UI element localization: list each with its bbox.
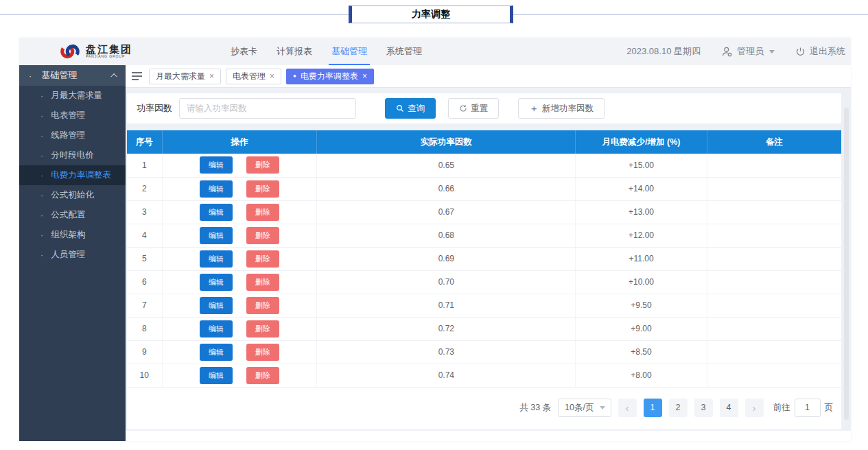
sidebar-item-label: 分时段电价 (51, 150, 94, 161)
delete-button[interactable]: 删除 (246, 274, 279, 291)
user-icon (721, 46, 733, 58)
table-row: 9 编辑删除 0.73 +8.50 (127, 340, 841, 364)
sidebar-item-tou-price[interactable]: · 分时段电价 (19, 145, 126, 165)
cell-actions: 编辑删除 (162, 340, 317, 364)
edit-button[interactable]: 编辑 (200, 274, 233, 291)
page-button-3[interactable]: 3 (694, 399, 713, 417)
vertical-scrollbar[interactable] (844, 108, 849, 420)
sidebar-item-monthly-max-demand[interactable]: · 月最大需求量 (19, 86, 126, 106)
table-row: 5 编辑删除 0.69 +11.00 (127, 247, 841, 270)
close-icon[interactable]: × (362, 72, 367, 80)
logout-button[interactable]: 退出系统 (795, 45, 845, 58)
next-page-button[interactable]: › (745, 399, 764, 417)
app-body: · 基础管理 · 月最大需求量 · 电表管理 · 线路管理 · 分时段电价 · (19, 65, 851, 441)
tab-label: 月最大需求量 (156, 71, 205, 82)
delete-button[interactable]: 删除 (246, 227, 279, 244)
delete-button[interactable]: 删除 (246, 344, 279, 361)
page-button-4[interactable]: 4 (720, 399, 738, 417)
sidebar-group-basic-mgmt[interactable]: · 基础管理 (19, 65, 126, 86)
cell-factor: 0.72 (317, 317, 576, 340)
cell-remark (707, 224, 841, 247)
cell-change: +10.00 (576, 270, 707, 294)
cell-change: +11.00 (576, 247, 707, 270)
brand-logo: 盘江集团 PANJIANG GROUP (58, 41, 132, 62)
sidebar-item-label: 电表管理 (51, 110, 85, 121)
delete-button[interactable]: 删除 (246, 297, 279, 314)
cell-remark (707, 364, 841, 387)
edit-button[interactable]: 编辑 (200, 156, 233, 174)
goto-page: 前往 页 (773, 399, 834, 417)
edit-button[interactable]: 编辑 (200, 297, 233, 314)
cell-index: 6 (127, 270, 162, 294)
delete-button[interactable]: 删除 (246, 250, 279, 268)
goto-page-input[interactable] (795, 399, 821, 417)
cell-factor: 0.67 (317, 200, 576, 224)
page-button-1[interactable]: 1 (644, 399, 662, 417)
bullet-icon: · (40, 250, 43, 260)
cell-actions: 编辑删除 (162, 270, 317, 294)
cell-index: 9 (127, 340, 162, 364)
nav-item-system-mgmt[interactable]: 系统管理 (386, 38, 422, 65)
bullet-icon: · (40, 171, 43, 180)
prev-page-button[interactable]: ‹ (618, 399, 637, 417)
tab-meter-mgmt[interactable]: 电表管理 × (226, 69, 281, 84)
sidebar-item-org-structure[interactable]: · 组织架构 (19, 225, 126, 245)
sidebar-item-label: 月最大需求量 (51, 90, 102, 102)
sidebar-group-label: 基础管理 (41, 69, 113, 82)
cell-factor: 0.68 (317, 224, 576, 247)
delete-button[interactable]: 删除 (246, 204, 279, 221)
sidebar-item-label: 人员管理 (51, 249, 85, 261)
nav-item-calc-report[interactable]: 计算报表 (277, 38, 312, 65)
sidebar-item-line-mgmt[interactable]: · 线路管理 (19, 126, 126, 145)
reset-button[interactable]: 重置 (448, 98, 499, 119)
edit-button[interactable]: 编辑 (200, 320, 233, 338)
delete-button[interactable]: 删除 (246, 367, 279, 384)
cell-index: 4 (127, 224, 162, 247)
edit-button[interactable]: 编辑 (200, 250, 233, 268)
cell-change: +8.50 (576, 340, 707, 364)
delete-button[interactable]: 删除 (246, 180, 279, 198)
power-factor-input[interactable] (179, 98, 356, 119)
search-icon (396, 104, 404, 113)
sidebar-item-meter-mgmt[interactable]: · 电表管理 (19, 106, 126, 126)
tab-power-factor-table[interactable]: ● 电费力率调整表 × (286, 69, 374, 84)
tab-list-menu-icon[interactable] (132, 72, 142, 80)
logo-swirl-icon (58, 41, 82, 62)
nav-item-meter-card[interactable]: 抄表卡 (231, 38, 257, 65)
edit-button[interactable]: 编辑 (200, 344, 233, 361)
cell-remark (707, 177, 841, 200)
cell-index: 1 (127, 154, 162, 177)
cell-index: 2 (127, 177, 162, 200)
sidebar: · 基础管理 · 月最大需求量 · 电表管理 · 线路管理 · 分时段电价 · (19, 65, 126, 441)
bullet-icon: · (40, 211, 43, 220)
user-menu[interactable]: 管理员 (721, 45, 775, 58)
chevron-down-icon (600, 406, 605, 410)
cell-remark (707, 154, 841, 177)
cell-index: 7 (127, 294, 162, 317)
search-button[interactable]: 查询 (385, 98, 436, 119)
current-date: 2023.08.10 星期四 (626, 45, 701, 58)
add-power-factor-button[interactable]: ＋ 新增功率因数 (518, 98, 605, 119)
nav-item-basic-mgmt[interactable]: 基础管理 (331, 38, 367, 65)
cell-index: 3 (127, 200, 162, 224)
edit-button[interactable]: 编辑 (200, 204, 233, 221)
close-icon[interactable]: × (270, 72, 274, 80)
cell-change: +9.00 (576, 317, 707, 340)
cell-actions: 编辑删除 (162, 317, 317, 340)
close-icon[interactable]: × (209, 72, 214, 80)
tab-monthly-max-demand[interactable]: 月最大需求量 × (149, 69, 221, 84)
page-size-select[interactable]: 10条/页 (558, 399, 611, 417)
edit-button[interactable]: 编辑 (200, 227, 233, 244)
delete-button[interactable]: 删除 (246, 156, 279, 174)
delete-button[interactable]: 删除 (246, 320, 279, 338)
sidebar-item-power-factor-table[interactable]: · 电费力率调整表 (19, 165, 126, 185)
sidebar-item-personnel-mgmt[interactable]: · 人员管理 (19, 245, 126, 265)
page-button-2[interactable]: 2 (669, 399, 688, 417)
cell-actions: 编辑删除 (162, 364, 317, 387)
edit-button[interactable]: 编辑 (200, 180, 233, 198)
sidebar-item-formula-config[interactable]: · 公式配置 (19, 205, 126, 225)
edit-button[interactable]: 编辑 (200, 367, 233, 384)
cell-remark (707, 200, 841, 224)
sidebar-item-formula-init[interactable]: · 公式初始化 (19, 185, 126, 205)
cell-change: +15.00 (576, 154, 707, 177)
